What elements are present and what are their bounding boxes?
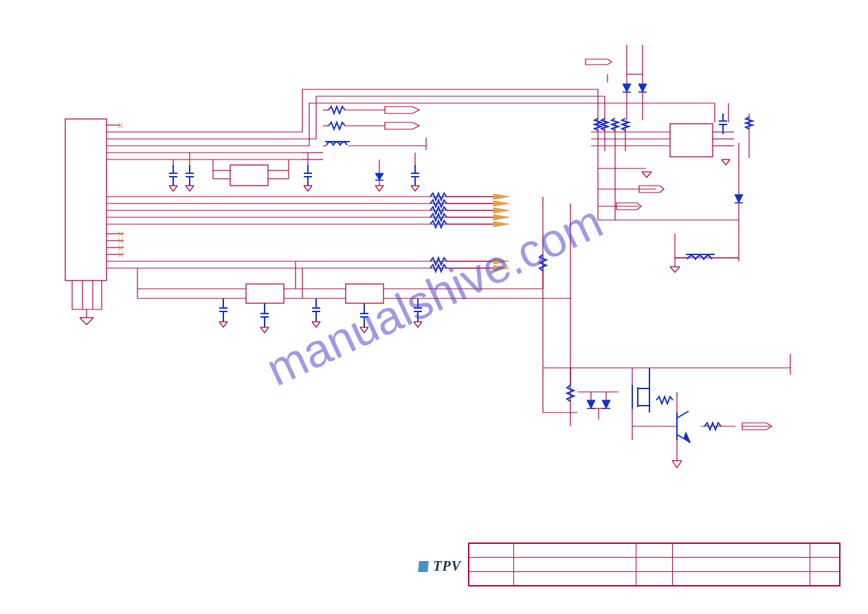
bus-resistors-lower: [430, 258, 447, 272]
svg-line-151: [677, 411, 689, 418]
tb-r3c4: [673, 571, 810, 585]
tb-r2c3: [636, 558, 673, 571]
gnd-connector: [80, 318, 93, 325]
tb-r1c1: [469, 544, 514, 558]
tb-r1c3: [636, 544, 673, 558]
tb-r3c1: [469, 571, 514, 585]
bjt-q2: [677, 411, 690, 443]
svg-marker-85: [493, 259, 509, 264]
svg-marker-80: [493, 208, 509, 213]
inductor-l1: [686, 254, 715, 259]
ic-u1: [230, 165, 268, 186]
tb-r3c3: [636, 571, 673, 585]
gnd-bottom: [672, 461, 682, 468]
tb-r2c2: [513, 558, 636, 571]
tb-r1c5: [810, 544, 839, 558]
svg-marker-78: [493, 194, 509, 199]
resistor-group-top: [329, 107, 345, 129]
cap-u4: [719, 113, 727, 134]
tb-r1c4: [673, 544, 810, 558]
tb-r3c5: [810, 571, 839, 585]
hres-bot: [656, 397, 721, 430]
gnd-tr2: [722, 160, 730, 165]
tb-r2c4: [673, 558, 810, 571]
tb-r2c5: [810, 558, 839, 571]
mosfet-q1: [632, 368, 649, 413]
bus-wires-lower: [447, 261, 493, 268]
svg-marker-70: [375, 173, 383, 180]
bus-wires-mid: [447, 197, 493, 224]
bus-arrows-lower: [493, 259, 509, 271]
cap-taps: [173, 153, 415, 165]
tpv-logo-text: TPV: [433, 558, 461, 573]
tpv-logo-glyph: [418, 561, 429, 572]
svg-marker-79: [493, 201, 509, 206]
svg-marker-181: [638, 84, 647, 92]
pin-x-marks: [118, 123, 123, 257]
u1-wires: [213, 160, 289, 179]
schematic-canvas: [0, 0, 868, 614]
tb-r3c2: [513, 571, 636, 585]
tb-r2c1: [469, 558, 514, 571]
vert-bus-right: [543, 197, 570, 413]
connector-j1: [65, 119, 107, 281]
diode-mid: [375, 160, 383, 191]
ic-u2: [246, 284, 284, 303]
title-block: [468, 542, 841, 586]
bottom-right-circuit: [543, 354, 790, 461]
gnd-l1: [670, 267, 680, 272]
svg-marker-135: [587, 400, 595, 408]
netflag-top-1: [385, 107, 419, 113]
tb-r1c2: [513, 544, 636, 558]
svg-marker-81: [493, 215, 509, 220]
svg-marker-86: [493, 265, 509, 271]
svg-marker-179: [623, 84, 631, 92]
svg-marker-82: [493, 221, 509, 227]
svg-marker-192: [735, 195, 743, 203]
svg-marker-137: [602, 400, 610, 408]
ic-u4: [670, 124, 713, 157]
long-bus-top: [302, 89, 619, 160]
ferrite-bead-1: [325, 142, 350, 145]
top-diodes: [623, 84, 647, 92]
diode-right: [735, 195, 743, 203]
caps-row-2: [219, 298, 422, 327]
netflag-vcc-in: [586, 59, 612, 65]
dual-diode-bottom: [577, 392, 619, 419]
connector-ground-stubs: [72, 281, 102, 318]
bus-arrows: [493, 194, 509, 227]
ic-u3: [346, 284, 383, 303]
u2-u3-wires: [137, 261, 570, 298]
netflag-top-2: [385, 122, 419, 129]
tpv-logo: TPV: [419, 558, 461, 574]
gnd-tr1: [642, 172, 652, 177]
gnd-row-2: [219, 322, 422, 333]
